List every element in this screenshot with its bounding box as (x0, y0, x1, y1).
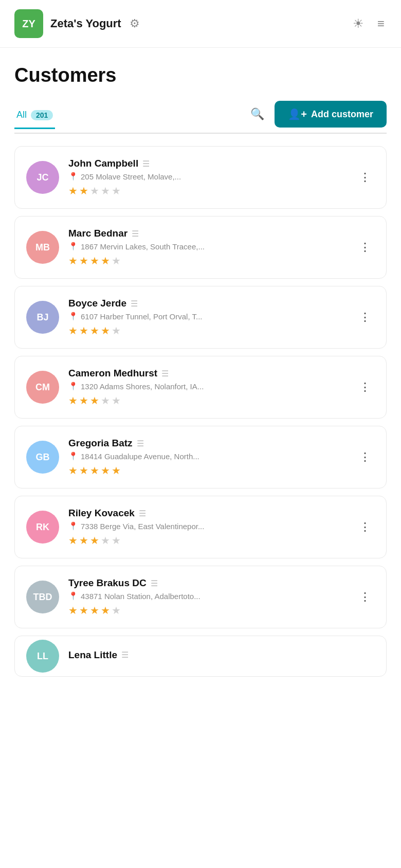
more-options-button[interactable]: ⋮ (355, 447, 375, 467)
customer-info: Cameron Medhurst ☰ 📍 1320 Adams Shores, … (68, 368, 346, 407)
customer-info: Riley Kovacek ☰ 📍 7338 Berge Via, East V… (68, 508, 346, 547)
star-3: ★ (90, 534, 99, 547)
list-item[interactable]: MB Marc Bednar ☰ 📍 1867 Mervin Lakes, So… (14, 216, 387, 279)
star-3: ★ (90, 394, 99, 407)
star-4: ★ (101, 185, 110, 197)
list-item[interactable]: TBD Tyree Brakus DC ☰ 📍 43871 Nolan Stat… (14, 566, 387, 628)
customer-address: 📍 6107 Harber Tunnel, Port Orval, T... (68, 312, 346, 321)
star-2: ★ (79, 185, 88, 197)
more-options-button[interactable]: ⋮ (355, 587, 375, 607)
star-2: ★ (79, 464, 88, 477)
address-text: 7338 Berge Via, East Valentinepor... (81, 522, 204, 531)
customer-name-row: Riley Kovacek ☰ (68, 508, 346, 519)
star-5: ★ (112, 255, 121, 267)
settings-button[interactable]: ⚙ (127, 15, 142, 32)
list-item[interactable]: LL Lena Little ☰ (14, 636, 387, 677)
star-3: ★ (90, 324, 99, 337)
star-3: ★ (90, 464, 99, 477)
star-5: ★ (112, 394, 121, 407)
address-text: 18414 Guadalupe Avenue, North... (81, 452, 199, 461)
hamburger-icon: ≡ (377, 16, 385, 30)
star-4: ★ (101, 324, 110, 337)
more-options-button[interactable]: ⋮ (355, 377, 375, 397)
add-customer-label: Add customer (311, 109, 373, 120)
avatar: JC (26, 161, 59, 194)
customer-name: Tyree Brakus DC (68, 577, 147, 589)
sun-icon: ☀ (353, 16, 364, 30)
address-text: 43871 Nolan Station, Adalbertoto... (81, 592, 200, 601)
header-actions: ☀ ≡ (351, 14, 387, 33)
list-details-icon: ☰ (142, 159, 150, 169)
customer-address: 📍 43871 Nolan Station, Adalbertoto... (68, 591, 346, 601)
more-options-button[interactable]: ⋮ (355, 168, 375, 187)
star-3: ★ (90, 185, 99, 197)
list-item[interactable]: BJ Boyce Jerde ☰ 📍 6107 Harber Tunnel, P… (14, 286, 387, 349)
customer-name: John Campbell (68, 158, 138, 169)
list-details-icon: ☰ (137, 439, 144, 448)
add-person-icon: 👤+ (288, 108, 307, 120)
theme-toggle-button[interactable]: ☀ (351, 14, 366, 33)
vertical-dots-icon: ⋮ (359, 590, 371, 603)
list-details-icon: ☰ (161, 369, 169, 378)
customer-name: Boyce Jerde (68, 298, 126, 309)
search-icon: 🔍 (250, 107, 264, 120)
tab-all[interactable]: All 201 (14, 105, 55, 129)
rating-stars: ★★★★★ (68, 464, 346, 477)
star-2: ★ (79, 394, 88, 407)
star-2: ★ (79, 534, 88, 547)
customer-info: John Campbell ☰ 📍 205 Molave Street, Mol… (68, 158, 346, 197)
list-item[interactable]: JC John Campbell ☰ 📍 205 Molave Street, … (14, 146, 387, 209)
add-customer-button[interactable]: 👤+ Add customer (275, 101, 387, 128)
customer-name-row: Tyree Brakus DC ☰ (68, 577, 346, 589)
star-5: ★ (112, 324, 121, 337)
address-text: 205 Molave Street, Molave,... (81, 172, 181, 181)
star-4: ★ (101, 255, 110, 267)
location-icon: 📍 (68, 242, 78, 251)
vertical-dots-icon: ⋮ (359, 171, 371, 184)
star-4: ★ (101, 394, 110, 407)
star-5: ★ (112, 464, 121, 477)
search-button[interactable]: 🔍 (247, 104, 267, 124)
list-details-icon: ☰ (121, 650, 129, 660)
list-item[interactable]: RK Riley Kovacek ☰ 📍 7338 Berge Via, Eas… (14, 496, 387, 558)
star-1: ★ (68, 324, 78, 337)
customer-address: 📍 18414 Guadalupe Avenue, North... (68, 451, 346, 461)
customer-name: Cameron Medhurst (68, 368, 157, 379)
rating-stars: ★★★★★ (68, 324, 346, 337)
customer-info: Lena Little ☰ (68, 649, 375, 663)
menu-button[interactable]: ≡ (375, 14, 387, 33)
avatar: TBD (26, 581, 59, 613)
list-details-icon: ☰ (132, 229, 139, 239)
star-1: ★ (68, 464, 78, 477)
customer-name-row: Lena Little ☰ (68, 649, 375, 661)
gear-icon: ⚙ (130, 17, 140, 30)
star-1: ★ (68, 255, 78, 267)
more-options-button[interactable]: ⋮ (355, 517, 375, 537)
star-5: ★ (112, 185, 121, 197)
header: ZY Zeta's Yogurt ⚙ ☀ ≡ (0, 0, 401, 48)
customer-list: JC John Campbell ☰ 📍 205 Molave Street, … (14, 146, 387, 684)
address-text: 6107 Harber Tunnel, Port Orval, T... (81, 312, 203, 321)
avatar: GB (26, 441, 59, 474)
star-1: ★ (68, 534, 78, 547)
brand-name: Zeta's Yogurt (50, 17, 121, 30)
tab-all-label: All (16, 110, 27, 120)
customer-info: Gregoria Batz ☰ 📍 18414 Guadalupe Avenue… (68, 438, 346, 477)
avatar: CM (26, 371, 59, 404)
avatar: MB (26, 231, 59, 264)
list-item[interactable]: CM Cameron Medhurst ☰ 📍 1320 Adams Shore… (14, 356, 387, 419)
customer-name-row: Gregoria Batz ☰ (68, 438, 346, 449)
address-text: 1320 Adams Shores, Nolanfort, IA... (81, 382, 204, 391)
rating-stars: ★★★★★ (68, 604, 346, 617)
logo-initials: ZY (22, 18, 35, 30)
more-options-button[interactable]: ⋮ (355, 308, 375, 327)
rating-stars: ★★★★★ (68, 394, 346, 407)
tab-all-badge: 201 (31, 110, 53, 120)
address-text: 1867 Mervin Lakes, South Tracee,... (81, 242, 205, 251)
more-options-button[interactable]: ⋮ (355, 238, 375, 257)
star-5: ★ (112, 534, 121, 547)
star-2: ★ (79, 255, 88, 267)
list-item[interactable]: GB Gregoria Batz ☰ 📍 18414 Guadalupe Ave… (14, 426, 387, 489)
page-title: Customers (14, 64, 387, 86)
star-1: ★ (68, 185, 78, 197)
